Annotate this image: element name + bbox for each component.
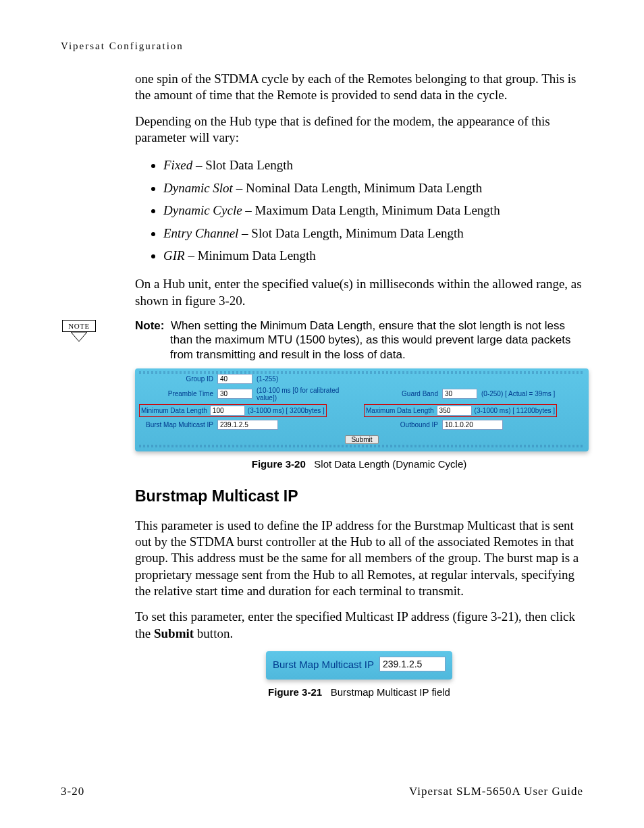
min-len-hint: (3-1000 ms) [ 3200bytes ] [248, 407, 325, 414]
burst-ip-label: Burst Map Multicast IP [139, 421, 213, 429]
burst-ip-label-fig21: Burst Map Multicast IP [273, 659, 374, 670]
paragraph: On a Hub unit, enter the specified value… [135, 276, 583, 309]
max-len-highlight: Maximum Data Length (3-1000 ms) [ 11200b… [364, 404, 557, 417]
max-len-input[interactable] [437, 406, 472, 416]
bullet-list: Fixed – Slot Data Length Dynamic Slot – … [135, 155, 583, 265]
paragraph: To set this parameter, enter the specifi… [135, 609, 583, 642]
min-len-highlight: Minimum Data Length (3-1000 ms) [ 3200by… [139, 404, 327, 417]
figure-3-21-caption: Figure 3-21 Burstmap Multicast IP field [135, 686, 583, 698]
list-item: Dynamic Cycle – Maximum Data Length, Min… [163, 200, 583, 220]
burst-ip-input[interactable] [217, 420, 278, 430]
group-id-label: Group ID [139, 375, 213, 383]
paragraph: Depending on the Hub type that is define… [135, 113, 583, 146]
max-len-hint: (3-1000 ms) [ 11200bytes ] [475, 407, 556, 414]
list-item: Dynamic Slot – Nominal Data Length, Mini… [163, 178, 583, 198]
paragraph: one spin of the STDMA cycle by each of t… [135, 71, 583, 104]
paragraph: This parameter is used to define the IP … [135, 518, 583, 600]
preamble-hint: (10-100 ms [0 for calibrated value]) [257, 387, 360, 402]
list-item: GIR – Minimum Data Length [163, 246, 583, 265]
guard-input[interactable] [442, 389, 477, 399]
page-number: 3-20 [61, 785, 84, 798]
submit-button[interactable]: Submit [345, 435, 378, 444]
preamble-label: Preamble Time [139, 390, 213, 397]
note-text: Note: When setting the Minimum Data Leng… [135, 319, 583, 362]
guard-hint: (0-250) [ Actual = 39ms ] [481, 390, 555, 397]
max-len-label: Maximum Data Length [366, 407, 434, 414]
figure-3-20-panel: Group ID (1-255) Preamble Time (10-100 m… [135, 368, 589, 451]
group-id-hint: (1-255) [257, 375, 278, 383]
running-head: Vipersat Configuration [61, 40, 583, 52]
group-id-input[interactable] [217, 374, 252, 384]
footer-title: Vipersat SLM-5650A User Guide [409, 785, 583, 798]
min-len-label: Minimum Data Length [141, 407, 207, 414]
outbound-ip-input[interactable] [442, 420, 503, 430]
note-icon: NOTE [62, 320, 96, 341]
min-len-input[interactable] [210, 406, 245, 416]
list-item: Fixed – Slot Data Length [163, 155, 583, 175]
burst-ip-input-fig21[interactable] [379, 657, 446, 671]
figure-3-20-caption: Figure 3-20 Slot Data Length (Dynamic Cy… [135, 458, 583, 470]
guard-label: Guard Band [364, 390, 438, 397]
section-heading: Burstmap Multicast IP [135, 487, 583, 505]
list-item: Entry Channel – Slot Data Length, Minimu… [163, 223, 583, 243]
outbound-ip-label: Outbound IP [364, 421, 438, 429]
figure-3-21-panel: Burst Map Multicast IP [266, 651, 452, 680]
preamble-input[interactable] [217, 389, 252, 399]
